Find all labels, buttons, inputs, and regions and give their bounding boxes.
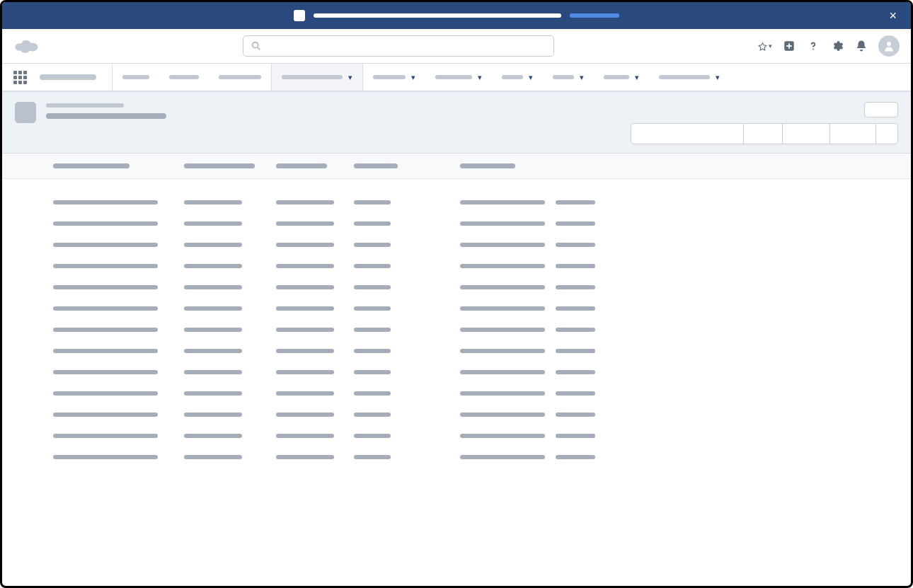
salesforce-logo[interactable]	[13, 38, 39, 54]
nav-tab-1[interactable]	[159, 64, 209, 91]
nav-tab-label	[169, 75, 199, 79]
chevron-down-icon[interactable]: ▾	[716, 73, 720, 82]
table-cell	[276, 434, 354, 438]
table-cell	[53, 200, 184, 204]
table-row[interactable]	[53, 255, 911, 277]
table-cell	[354, 391, 460, 396]
table-cell	[53, 285, 184, 289]
list-view-name[interactable]	[46, 113, 166, 119]
table-cell	[354, 434, 460, 438]
table-row[interactable]	[53, 446, 911, 468]
column-header-label	[354, 163, 398, 168]
table-cell	[354, 328, 460, 332]
close-icon[interactable]: ×	[885, 6, 901, 26]
table-cell	[184, 455, 276, 459]
table-row[interactable]	[53, 277, 911, 298]
trial-banner: ×	[2, 2, 911, 29]
banner-link-skeleton[interactable]	[570, 13, 619, 18]
table-cell	[53, 349, 184, 353]
header-small-button[interactable]	[864, 102, 898, 117]
nav-tab-0[interactable]	[113, 64, 159, 91]
table-cell	[556, 370, 598, 374]
cell-value-skeleton	[184, 264, 242, 268]
list-action-button-4[interactable]	[875, 123, 898, 144]
column-header-1[interactable]	[184, 163, 276, 168]
table-row[interactable]	[53, 340, 911, 362]
global-actions-button[interactable]	[782, 39, 796, 53]
column-header-2[interactable]	[276, 163, 354, 168]
table-cell	[556, 264, 598, 268]
nav-tab-8[interactable]: ▾	[594, 64, 649, 91]
cell-value-skeleton	[276, 306, 334, 311]
table-cell	[460, 370, 556, 374]
cell-value-skeleton	[460, 328, 545, 332]
banner-message-skeleton	[314, 13, 561, 18]
cell-value-skeleton	[460, 306, 545, 311]
table-row[interactable]	[53, 298, 911, 319]
column-header-4[interactable]	[460, 163, 556, 168]
cell-value-skeleton	[556, 413, 595, 417]
table-row[interactable]	[53, 404, 911, 425]
table-cell	[354, 200, 460, 204]
nav-tab-6[interactable]: ▾	[492, 64, 543, 91]
setup-gear-icon[interactable]	[830, 39, 844, 53]
cell-value-skeleton	[276, 328, 334, 332]
user-avatar[interactable]	[878, 35, 900, 57]
cell-value-skeleton	[276, 221, 334, 226]
table-cell	[184, 285, 276, 289]
cell-value-skeleton	[276, 370, 334, 374]
nav-tab-2[interactable]	[209, 64, 271, 91]
chevron-down-icon[interactable]: ▾	[580, 73, 584, 82]
list-action-button-2[interactable]	[782, 123, 830, 144]
cell-value-skeleton	[53, 221, 158, 226]
cell-value-skeleton	[184, 434, 242, 438]
chevron-down-icon[interactable]: ▾	[635, 73, 639, 82]
cell-value-skeleton	[184, 285, 242, 289]
table-row[interactable]	[53, 383, 911, 404]
table-row[interactable]	[53, 425, 911, 446]
table-row[interactable]	[53, 319, 911, 340]
cell-value-skeleton	[556, 370, 595, 374]
table-cell	[276, 221, 354, 226]
favorites-button[interactable]: ▾	[758, 39, 772, 53]
notifications-bell-icon[interactable]	[854, 39, 868, 53]
table-row[interactable]	[53, 362, 911, 383]
chevron-down-icon[interactable]: ▾	[529, 73, 533, 82]
table-cell	[460, 413, 556, 417]
cell-value-skeleton	[184, 200, 242, 204]
cell-value-skeleton	[53, 434, 158, 438]
table-cell	[460, 221, 556, 226]
table-cell	[354, 243, 460, 247]
column-header-0[interactable]	[53, 163, 184, 168]
chevron-down-icon[interactable]: ▾	[478, 73, 482, 82]
nav-tab-9[interactable]: ▾	[649, 64, 730, 91]
help-icon[interactable]	[806, 39, 820, 53]
list-action-button-3[interactable]	[829, 123, 876, 144]
cell-value-skeleton	[354, 200, 391, 204]
object-icon	[15, 102, 36, 123]
banner-checkbox[interactable]	[294, 10, 305, 21]
table-cell	[460, 391, 556, 396]
chevron-down-icon[interactable]: ▾	[411, 73, 415, 82]
table-cell	[460, 306, 556, 311]
column-header-3[interactable]	[354, 163, 460, 168]
nav-tab-3[interactable]: ▾	[271, 64, 363, 91]
cell-value-skeleton	[53, 413, 158, 417]
header-actions: ▾	[758, 35, 900, 57]
cell-value-skeleton	[556, 285, 595, 289]
list-action-button-1[interactable]	[743, 123, 783, 144]
table-row[interactable]	[53, 234, 911, 255]
cell-value-skeleton	[460, 349, 545, 353]
app-launcher-icon[interactable]	[13, 71, 27, 84]
nav-tab-7[interactable]: ▾	[543, 64, 594, 91]
nav-tab-5[interactable]: ▾	[425, 64, 492, 91]
global-search[interactable]	[243, 35, 554, 57]
chevron-down-icon[interactable]: ▾	[348, 73, 352, 82]
banner-content	[294, 10, 619, 21]
table-row[interactable]	[53, 213, 911, 234]
table-row[interactable]	[53, 192, 911, 213]
table-cell	[276, 306, 354, 311]
search-input[interactable]	[262, 41, 546, 52]
list-action-button-0[interactable]	[631, 123, 744, 144]
nav-tab-4[interactable]: ▾	[363, 64, 425, 91]
